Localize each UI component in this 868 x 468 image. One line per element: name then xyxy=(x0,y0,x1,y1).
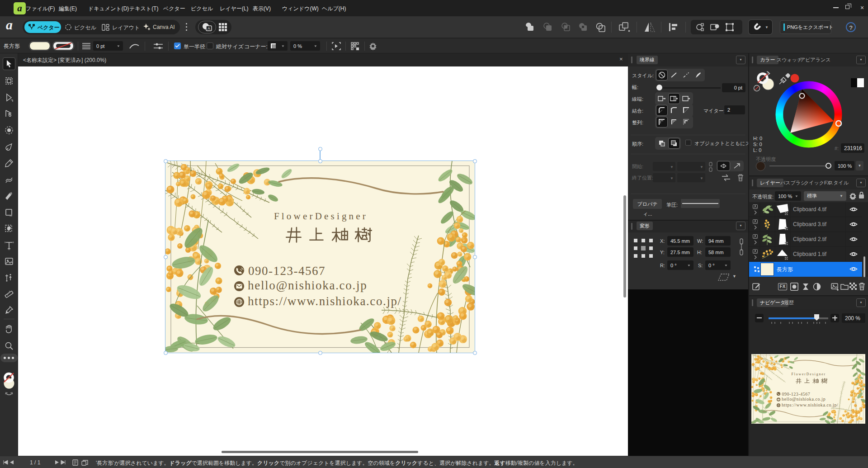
svg-text:A: A xyxy=(208,26,210,31)
